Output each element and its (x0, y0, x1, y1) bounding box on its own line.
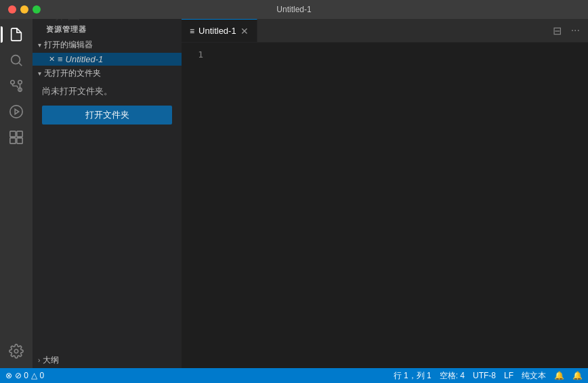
activity-extensions[interactable] (5, 126, 28, 149)
open-editors-section[interactable]: ▾ 打开的编辑器 (33, 37, 182, 53)
window-title: Untitled-1 (276, 5, 311, 14)
activity-bar (0, 19, 33, 368)
error-count: 0 (24, 371, 28, 380)
status-feedback-icon[interactable]: 🔔 (554, 371, 564, 380)
error-icon: ⊘ (15, 371, 22, 380)
tab-file-icon: ≡ (190, 26, 194, 36)
warning-count: 0 (39, 371, 44, 380)
tab-close-icon[interactable]: ✕ (240, 26, 249, 37)
activity-source-control[interactable] (5, 74, 28, 97)
open-folder-button[interactable]: 打开文件夹 (42, 106, 172, 125)
tab-untitled-1[interactable]: ≡ Untitled-1 ✕ (182, 19, 257, 42)
svg-marker-7 (15, 109, 19, 114)
svg-point-12 (14, 349, 18, 353)
status-warnings[interactable]: △ 0 (31, 371, 44, 380)
no-folder-text: 尚未打开文件夹。 (33, 81, 182, 102)
status-position[interactable]: 行 1，列 1 (394, 370, 432, 382)
maximize-button[interactable] (33, 5, 41, 14)
svg-point-3 (11, 81, 15, 85)
remote-icon[interactable]: ⊗ (5, 371, 12, 380)
open-editors-chevron: ▾ (38, 41, 41, 49)
app-body: 资源管理器 ▾ 打开的编辑器 ✕ ≡ Untitled-1 ▾ 无打开的文件夹 … (0, 19, 588, 368)
outline-chevron: › (38, 357, 40, 364)
status-encoding[interactable]: UTF-8 (473, 371, 496, 380)
activity-explorer[interactable] (5, 23, 28, 46)
status-notifications-icon[interactable]: 🔔 (572, 371, 583, 380)
activity-settings[interactable] (5, 340, 28, 363)
code-area[interactable] (209, 43, 588, 368)
editor-content[interactable]: 1 (182, 43, 588, 368)
svg-point-4 (18, 81, 22, 85)
line-number-1: 1 (182, 48, 203, 62)
svg-rect-8 (10, 131, 16, 137)
outline-section[interactable]: › 大纲 (33, 353, 182, 368)
tab-actions: ⊟ ··· (550, 19, 588, 42)
status-bar: ⊗ ⊘ 0 △ 0 行 1，列 1 空格: 4 UTF-8 LF 纯文本 🔔 🔔 (0, 368, 588, 383)
status-left: ⊗ ⊘ 0 △ 0 (5, 371, 44, 380)
activity-search[interactable] (5, 49, 28, 72)
svg-rect-10 (10, 138, 16, 143)
status-right: 行 1，列 1 空格: 4 UTF-8 LF 纯文本 🔔 🔔 (394, 370, 583, 382)
split-editor-icon[interactable]: ⊟ (550, 23, 564, 39)
open-file-name: Untitled-1 (66, 54, 104, 64)
status-line-ending[interactable]: LF (504, 371, 513, 380)
svg-point-6 (10, 106, 22, 118)
open-editors-label: 打开的编辑器 (44, 39, 93, 51)
minimize-button[interactable] (20, 5, 28, 14)
file-type-icon: ≡ (58, 54, 63, 64)
status-language[interactable]: 纯文本 (522, 370, 546, 382)
no-folder-section-header[interactable]: ▾ 无打开的文件夹 (33, 66, 182, 81)
no-folder-label: 无打开的文件夹 (44, 68, 101, 79)
tab-label: Untitled-1 (198, 26, 236, 36)
warning-icon: △ (31, 371, 37, 380)
svg-line-1 (19, 63, 22, 66)
title-bar: Untitled-1 (0, 0, 588, 19)
traffic-lights (8, 5, 41, 14)
more-actions-icon[interactable]: ··· (568, 23, 583, 38)
sidebar-file-entry[interactable]: ✕ ≡ Untitled-1 (33, 53, 182, 66)
status-errors[interactable]: ⊘ 0 (15, 371, 28, 380)
status-spaces[interactable]: 空格: 4 (440, 370, 465, 382)
activity-run-debug[interactable] (5, 100, 28, 123)
tab-bar: ≡ Untitled-1 ✕ ⊟ ··· (182, 19, 588, 43)
editor-area: ≡ Untitled-1 ✕ ⊟ ··· 1 (182, 19, 588, 368)
svg-point-0 (12, 55, 20, 64)
line-numbers: 1 (182, 43, 209, 368)
svg-rect-11 (17, 138, 22, 143)
close-button[interactable] (8, 5, 16, 14)
svg-rect-9 (17, 131, 22, 137)
sidebar: 资源管理器 ▾ 打开的编辑器 ✕ ≡ Untitled-1 ▾ 无打开的文件夹 … (33, 19, 182, 368)
file-close-icon[interactable]: ✕ (49, 55, 55, 64)
no-folder-chevron: ▾ (38, 70, 41, 77)
outline-label: 大纲 (43, 355, 59, 366)
